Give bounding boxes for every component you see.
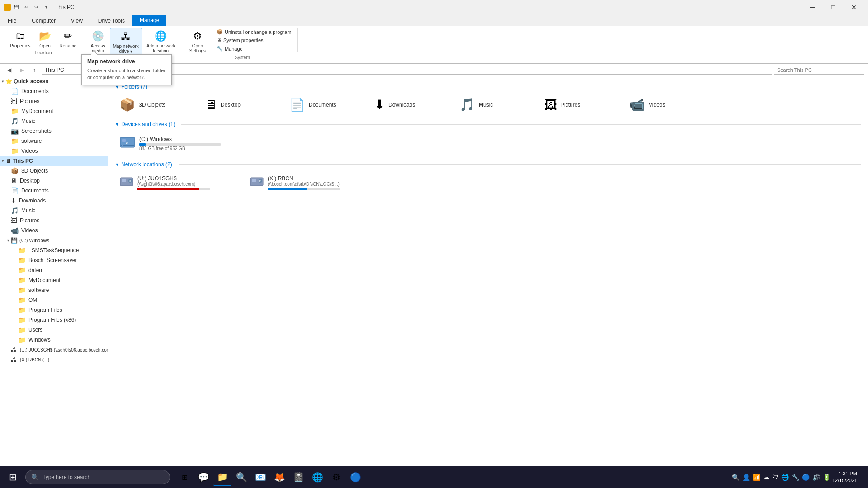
save-icon[interactable]: 💾 (13, 4, 20, 11)
sidebar-item-mydocument[interactable]: 📁 MyDocument (0, 106, 108, 116)
browser-icon[interactable]: 🌐 (781, 474, 789, 481)
up-button[interactable]: ↑ (29, 65, 40, 75)
sidebar-item-label: OM (28, 297, 37, 303)
open-settings-button[interactable]: ⚙ OpenSettings (187, 28, 208, 54)
folder-icon: 📁 (18, 277, 26, 284)
start-button[interactable]: ⊞ (2, 466, 24, 488)
bluetooth-icon[interactable]: 🔵 (802, 474, 810, 481)
search-tray-icon[interactable]: 🔍 (732, 474, 740, 481)
sidebar-item-documents[interactable]: 📄 Documents (0, 86, 108, 96)
tab-view[interactable]: View (63, 15, 90, 26)
network-section-title: Network locations (2) (121, 161, 172, 168)
c-drive-item-icon: C: (119, 134, 136, 153)
close-button[interactable]: ✕ (844, 0, 864, 14)
sidebar-item-videos-pc[interactable]: 📹 Videos (0, 225, 108, 235)
people-icon[interactable]: 👤 (742, 474, 750, 481)
open-icon: 📂 (38, 29, 52, 43)
drive-item-c[interactable]: C: (C:) Windows 883 GB free of 952 GB (116, 131, 242, 156)
cloud-icon[interactable]: ☁ (763, 474, 769, 481)
dropdown-icon[interactable]: ▾ (42, 4, 50, 11)
folders-section-header[interactable]: ▾ Folders (7) (116, 80, 861, 92)
sidebar-item-u-drive[interactable]: 🖧 (U:) JUO1SGH$ (\\sgh0fs06.apac.bosch.c… (0, 345, 108, 355)
settings-button[interactable]: ⚙ (327, 468, 345, 486)
add-network-location-button[interactable]: 🌐 Add a networklocation (144, 28, 178, 54)
sidebar-item-daten[interactable]: 📁 daten (0, 265, 108, 275)
antivirus-icon[interactable]: 🛡 (772, 474, 778, 481)
audio-icon[interactable]: 🔊 (812, 474, 820, 481)
back-button[interactable]: ◀ (4, 65, 14, 75)
tab-file[interactable]: File (0, 15, 24, 26)
folder-item-videos[interactable]: 📹 Videos (626, 95, 707, 114)
file-explorer-button[interactable]: 📁 (213, 468, 231, 486)
sidebar-item-music-pc[interactable]: 🎵 Music (0, 206, 108, 216)
system-clock[interactable]: 1:31 PM 12/15/2021 (832, 470, 857, 484)
manage-button[interactable]: 🔧 Manage (214, 45, 294, 52)
folder-item-downloads[interactable]: ⬇ Downloads (371, 95, 452, 114)
access-media-button[interactable]: 💿 Accessmedia (88, 28, 108, 54)
outlook-button[interactable]: 📧 (251, 468, 269, 486)
rename-button[interactable]: ✏ Rename (57, 28, 80, 49)
sidebar-item-pictures[interactable]: 🖼 Pictures (0, 96, 108, 106)
sidebar-item-label: MyDocument (28, 277, 61, 283)
sidebar-item-windows[interactable]: 📁 Windows (0, 335, 108, 345)
teams-button[interactable]: 🔵 (346, 468, 364, 486)
sidebar-item-downloads[interactable]: ⬇ Downloads (0, 196, 108, 206)
minimize-button[interactable]: ─ (802, 0, 823, 14)
sidebar-item-x-drive[interactable]: 🖧 (X:) RBCN (...) (0, 355, 108, 365)
sidebar-item-program-files-x86[interactable]: 📁 Program Files (x86) (0, 315, 108, 325)
sidebar-item-screenshots[interactable]: 📷 Screenshots (0, 126, 108, 136)
sidebar-item-users[interactable]: 📁 Users (0, 325, 108, 335)
sidebar-item-label: Pictures (20, 217, 39, 224)
tab-computer[interactable]: Computer (24, 15, 63, 26)
sidebar-item-videos-qa[interactable]: 📁 Videos (0, 146, 108, 156)
app-icon-1[interactable]: 🔧 (792, 474, 799, 481)
properties-button[interactable]: 🗂 Properties (7, 28, 33, 49)
sidebar-item-bosch-screensaver[interactable]: 📁 Bosch_Screensaver (0, 255, 108, 265)
taskbar-right: 🔍 👤 📶 ☁ 🛡 🌐 🔧 🔵 🔊 🔋 1:31 PM 12/15/2021 (732, 470, 866, 484)
drives-section-header[interactable]: ▾ Devices and drives (1) (116, 117, 861, 129)
sidebar-item-om[interactable]: 📁 OM (0, 295, 108, 305)
onenote-button[interactable]: 📓 (289, 468, 307, 486)
sidebar-item-documents-pc[interactable]: 📄 Documents (0, 186, 108, 196)
sidebar-section-this-pc[interactable]: ▾ 🖥 This PC (0, 156, 108, 166)
sidebar-item-program-files[interactable]: 📁 Program Files (0, 305, 108, 315)
sidebar-item-desktop[interactable]: 🖥 Desktop (0, 176, 108, 186)
search-input[interactable] (774, 66, 864, 75)
edge-button[interactable]: 🌐 (308, 468, 326, 486)
system-properties-button[interactable]: 🖥 System properties (214, 37, 294, 44)
folder-item-documents[interactable]: 📄 Documents (286, 95, 367, 114)
folder-item-desktop[interactable]: 🖥 Desktop (201, 95, 282, 114)
sidebar-item-music[interactable]: 🎵 Music (0, 116, 108, 126)
folder-item-pictures[interactable]: 🖼 Pictures (541, 95, 622, 114)
skype-button[interactable]: 💬 (194, 468, 212, 486)
search-app-button[interactable]: 🔍 (232, 468, 250, 486)
redo-icon[interactable]: ↪ (33, 4, 40, 11)
sidebar-item-software-c[interactable]: 📁 software (0, 285, 108, 295)
sidebar-item-3d-objects[interactable]: 📦 3D Objects (0, 166, 108, 176)
sidebar-item-pictures-pc[interactable]: 🖼 Pictures (0, 216, 108, 225)
network-icon[interactable]: 📶 (753, 474, 760, 481)
battery-icon[interactable]: 🔋 (823, 474, 830, 481)
drives-list: C: (C:) Windows 883 GB free of 952 GB (116, 129, 861, 158)
uninstall-button[interactable]: 📦 Uninstall or change a program (214, 28, 294, 36)
sidebar-item-mydocument-c[interactable]: 📁 MyDocument (0, 275, 108, 285)
taskbar-search[interactable]: 🔍 Type here to search (25, 470, 170, 484)
map-network-drive-button[interactable]: 🖧 Map networkdrive ▾ (110, 28, 142, 55)
tab-manage[interactable]: Manage (132, 15, 166, 26)
maximize-button[interactable]: □ (823, 0, 844, 14)
sidebar-section-c-drive[interactable]: ▾ 💾 (C:) Windows (0, 235, 108, 245)
folder-item-3d-objects[interactable]: 📦 3D Objects (116, 95, 197, 114)
open-button[interactable]: 📂 Open (35, 28, 55, 49)
tab-drive-tools[interactable]: Drive Tools (90, 15, 132, 26)
forward-button[interactable]: ▶ (16, 65, 27, 75)
sidebar-item-software-qa[interactable]: 📁 software (0, 136, 108, 146)
undo-icon[interactable]: ↩ (23, 4, 30, 11)
network-item-u[interactable]: U: (U:) JUO1SGH$ (\\sgh0fs06.apac.bosch.… (116, 171, 242, 194)
network-item-x[interactable]: X: (X:) RBCN (\\bosch.com\dfsrb\DfsCN\LO… (246, 171, 373, 194)
task-view-button[interactable]: ⊞ (175, 468, 193, 486)
firefox-button[interactable]: 🦊 (270, 468, 288, 486)
sidebar-item-label: Downloads (19, 197, 46, 204)
sidebar-item-sms[interactable]: 📁 _SMSTaskSequence (0, 245, 108, 255)
folder-item-music[interactable]: 🎵 Music (456, 95, 537, 114)
network-section-header[interactable]: ▾ Network locations (2) (116, 158, 861, 169)
